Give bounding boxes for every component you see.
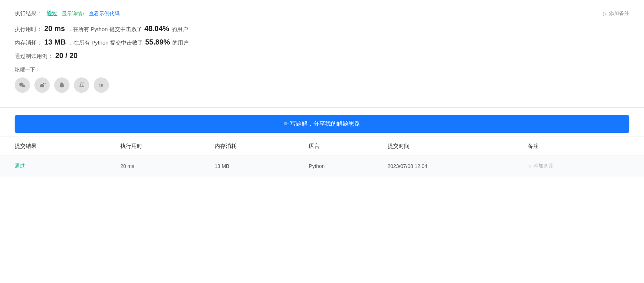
result-status: 通过 [46,10,57,17]
cell-language: Python [301,156,380,176]
col-header-language: 语言 [301,137,380,156]
col-header-status: 提交结果 [0,137,113,156]
cell-runtime: 20 ms [113,156,207,176]
svg-point-0 [40,84,44,87]
write-solution-button[interactable]: ✏ 写题解，分享我的解题思路 [15,115,629,133]
cell-status: 通过 [0,156,113,176]
runtime-desc1: ，在所有 Python 提交中击败了 [67,26,142,33]
memory-value: 13 MB [44,38,66,46]
linkedin-icon[interactable]: in [94,77,109,93]
col-header-time: 提交时间 [380,137,521,156]
show-detail-link[interactable]: 显示详情 › [62,11,84,17]
runtime-stat-row: 执行用时： 20 ms ，在所有 Python 提交中击败了 48.04% 的用… [15,24,629,33]
runtime-value: 20 ms [44,24,65,33]
add-note-inline-label: 添加备注 [533,163,554,169]
memory-percent: 55.89% [145,38,170,46]
result-section: ▷ 添加备注 执行结果： 通过 显示详情 › 查看示例代码 执行用时： 20 m… [0,0,644,108]
weibo-icon[interactable] [34,77,50,93]
douban-icon[interactable]: 豆 [74,77,89,93]
share-label: 炫耀一下： [15,66,629,73]
runtime-desc2: 的用户 [172,26,188,33]
memory-desc2: 的用户 [172,39,189,46]
add-note-button-top[interactable]: ▷ 添加备注 [603,10,629,17]
cell-note: ▷ 添加备注 [520,156,644,176]
add-note-label: 添加备注 [609,10,629,17]
col-header-memory: 内存消耗 [207,137,302,156]
status-pass-link[interactable]: 通过 [15,163,25,169]
submissions-table: 提交结果 执行用时 内存消耗 语言 提交时间 备注 通过 20 ms 13 MB… [0,137,644,176]
table-header-row: 提交结果 执行用时 内存消耗 语言 提交时间 备注 [0,137,644,156]
col-header-note: 备注 [520,137,644,156]
add-note-inline[interactable]: ▷ 添加备注 [528,163,629,169]
cell-submit-time: 2023/07/08 12:04 [380,156,521,176]
table-row: 通过 20 ms 13 MB Python 2023/07/08 12:04 ▷… [0,156,644,176]
social-icons: 豆 in [15,77,629,93]
result-label: 执行结果： [15,10,42,17]
testcase-label: 通过测试用例： [15,53,53,60]
chevron-icon: › [83,11,84,16]
submissions-table-section: 提交结果 执行用时 内存消耗 语言 提交时间 备注 通过 20 ms 13 MB… [0,137,644,176]
notification-icon[interactable] [54,77,69,93]
memory-label: 内存消耗： [15,39,42,46]
runtime-percent: 48.04% [144,24,169,33]
runtime-label: 执行用时： [15,26,42,33]
testcase-row: 通过测试用例： 20 / 20 [15,51,629,60]
flag-icon: ▷ [603,11,607,16]
testcase-value: 20 / 20 [55,51,78,60]
memory-stat-row: 内存消耗： 13 MB ，在所有 Python 提交中击败了 55.89% 的用… [15,38,629,46]
col-header-runtime: 执行用时 [113,137,207,156]
result-header: 执行结果： 通过 显示详情 › 查看示例代码 [15,10,629,17]
memory-desc1: ，在所有 Python 提交中击败了 [68,39,143,46]
sample-code-link[interactable]: 查看示例代码 [89,11,120,17]
flag-icon-inline: ▷ [528,163,532,169]
wechat-icon[interactable] [15,77,30,93]
cell-memory: 13 MB [207,156,302,176]
